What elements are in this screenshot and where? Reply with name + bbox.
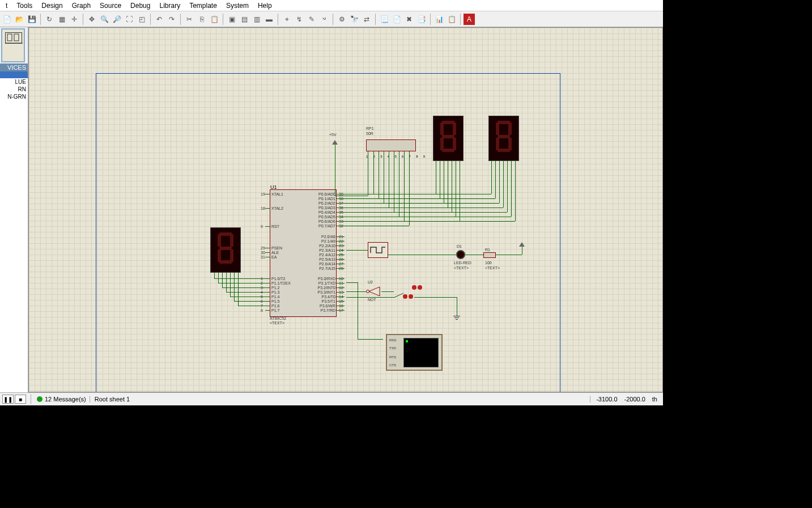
devices-header: VICES [0,64,28,71]
device-item[interactable]: LUE [0,78,28,86]
menu-graph[interactable]: Graph [67,1,95,11]
tb-replace-icon[interactable]: ⇄ [361,14,372,25]
power-symbol-2[interactable] [519,242,525,247]
tb-block-copy-icon[interactable]: ▣ [226,14,237,25]
menu-tools[interactable]: Tools [12,1,37,11]
tb-grid-icon[interactable]: ▦ [56,14,67,25]
tb-block-move-icon[interactable]: ▤ [239,14,250,25]
device-list[interactable]: LUE RN N-GRN [0,71,28,392]
seven-seg-2[interactable] [488,116,519,161]
tb-undo-icon[interactable]: ↶ [154,14,165,25]
tb-compile-icon[interactable]: ⚙ [336,14,347,25]
tb-cut-icon[interactable]: ✂ [184,14,195,25]
tb-pick-icon[interactable]: ⌖ [281,14,292,25]
tb-netlist-icon[interactable]: 📊 [433,14,445,25]
wire [381,291,394,292]
status-sep [31,394,31,404]
status-dot-icon [37,396,42,402]
menu-source[interactable]: Source [95,1,126,11]
wire [346,282,358,283]
chip-text: <TEXT> [270,321,284,325]
resistor[interactable] [483,252,496,258]
menu-debug[interactable]: Debug [126,1,155,11]
tb-sep [83,14,83,25]
tb-open-icon[interactable]: 📂 [14,14,25,25]
tb-save-icon[interactable]: 💾 [26,14,37,25]
power-symbol[interactable] [332,140,338,145]
switch-dot[interactable] [409,294,413,299]
wire [414,297,457,298]
statusbar: ❚❚ ■ 12 Message(s) Root sheet 1 -3100.0 … [0,392,663,405]
status-coords: -3100.0 -2000.0 th [590,396,663,403]
res-ref: R1 [485,248,490,252]
virtual-terminal[interactable]: RXD TXD RTS CTS [386,334,443,371]
tb-paste-icon[interactable]: 📋 [209,14,220,25]
tb-sep [375,14,376,25]
device-item[interactable] [0,71,28,78]
led[interactable] [456,250,465,259]
menu-edit[interactable]: t [1,1,12,11]
tb-report3-icon[interactable]: ✖ [403,14,415,25]
coord-units: th [652,396,657,403]
wire [368,151,368,196]
menu-design[interactable]: Design [37,1,67,11]
switch-dot[interactable] [418,285,422,290]
tb-zoom-fit-icon[interactable]: ⛶ [124,14,135,25]
sim-controls: ❚❚ ■ [0,395,28,404]
tb-pan-icon[interactable]: ✥ [86,14,97,25]
tb-refresh-icon[interactable]: ↻ [44,14,55,25]
tb-report2-icon[interactable]: 📄 [391,14,402,25]
sim-pause-button[interactable]: ❚❚ [2,395,14,404]
respack-pins: 1 2 3 4 5 6 7 8 9 [366,155,427,158]
chip-ref: U1 [270,184,277,190]
tb-ares-icon[interactable]: A [464,14,475,25]
tb-block-delete-icon[interactable]: ▬ [263,14,275,25]
not-name: NOT [368,298,376,302]
status-messages[interactable]: 12 Message(s) [33,396,90,403]
respack[interactable] [366,139,416,151]
tb-origin-icon[interactable]: ✛ [69,14,80,25]
respack-ref: RP1 [366,126,374,130]
clock-source[interactable] [368,242,388,258]
tb-new-icon[interactable]: 📄 [1,14,12,25]
tb-text-icon[interactable]: ༄ [318,14,330,25]
tb-zoom-out-icon[interactable]: 🔎 [111,14,122,25]
device-item[interactable]: RN [0,86,28,93]
tb-report4-icon[interactable]: 📑 [416,14,427,25]
tb-find-icon[interactable]: 🔭 [348,14,360,25]
tb-wire-icon[interactable]: ↯ [294,14,305,25]
seven-seg-1[interactable] [433,116,464,161]
term-pin-rts: RTS [389,355,396,359]
tb-sep [278,14,278,25]
menu-help[interactable]: Help [253,1,277,11]
device-item[interactable]: N-GRN [0,93,28,100]
ground-symbol[interactable] [453,316,460,321]
not-gate[interactable] [366,286,380,297]
sim-stop-button[interactable]: ■ [15,395,26,404]
menu-system[interactable]: System [222,1,253,11]
messages-count: 12 Message(s) [45,396,86,403]
tb-zoom-in-icon[interactable]: 🔍 [99,14,110,25]
wire [346,250,368,251]
tb-copy-icon[interactable]: ⎘ [196,14,207,25]
switch-dot[interactable] [412,285,416,290]
wire [346,291,366,292]
term-pin-cts: CTS [389,363,396,367]
menu-template[interactable]: Template [185,1,222,11]
tb-block-rotate-icon[interactable]: ▥ [251,14,262,25]
tb-bom-icon[interactable]: 📋 [446,14,457,25]
preview-box[interactable] [1,28,25,62]
coord-x: -3100.0 [596,396,617,403]
seven-seg-3[interactable] [210,227,241,273]
tb-script-icon[interactable]: ✎ [306,14,317,25]
wire [522,247,522,255]
power-label: +5V [329,133,337,137]
switch-dot[interactable] [403,294,407,299]
menubar: t Tools Design Graph Source Debug Librar… [0,0,663,11]
canvas[interactable]: U1 AT89C52 <TEXT> RP1 50R 1 2 3 4 5 6 7 … [28,27,663,392]
tb-redo-icon[interactable]: ↷ [166,14,177,25]
term-pin-rxd: RXD [389,338,397,342]
tb-report1-icon[interactable]: 📃 [379,14,390,25]
menu-library[interactable]: Library [155,1,185,11]
tb-zoom-area-icon[interactable]: ◰ [136,14,147,25]
